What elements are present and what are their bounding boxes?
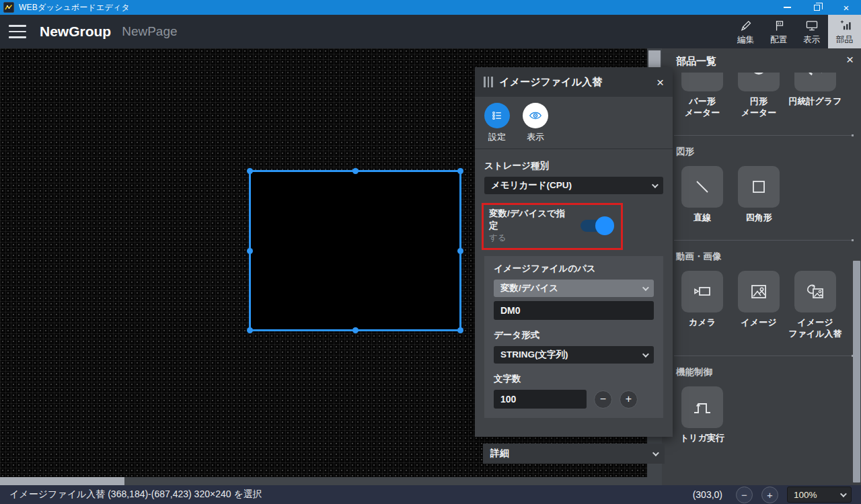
variable-device-toggle[interactable] <box>581 219 610 233</box>
tab-settings-label: 設定 <box>488 131 506 143</box>
group-title: NewGroup <box>40 24 111 40</box>
device-input[interactable] <box>494 301 654 320</box>
variable-settings-group: イメージファイルのパス 変数/デバイス データ形式 STRING(文字列) 文字… <box>484 256 663 418</box>
selected-image-swap-widget[interactable] <box>249 170 461 331</box>
bar-meter-icon <box>681 73 723 91</box>
part-trigger-exec[interactable]: トリガ実行 <box>674 386 731 444</box>
display-tool-button[interactable]: 表示 <box>795 15 828 48</box>
part-rectangle[interactable]: 四角形 <box>731 166 787 224</box>
data-format-select[interactable]: STRING(文字列) <box>494 346 654 364</box>
app-header: NewGroup NewPage 編集 配置 表示 部品 <box>0 15 861 48</box>
parts-panel: 部品一覧 × バー形 メーター 円形 メーター 円統計グラフ 図形 <box>662 48 861 485</box>
parts-panel-title: 部品一覧 <box>662 48 861 74</box>
dialog-close-button[interactable]: × <box>657 76 664 89</box>
resize-handle[interactable] <box>457 327 463 333</box>
chevron-down-icon <box>652 181 659 188</box>
edit-tool-button[interactable]: 編集 <box>729 15 762 48</box>
line-icon <box>681 166 723 208</box>
variable-toggle-state-label: する <box>489 233 572 244</box>
menu-button[interactable] <box>9 25 26 38</box>
close-icon: × <box>844 3 850 13</box>
restore-icon <box>814 5 820 11</box>
section-divider <box>674 135 852 136</box>
data-format-label: データ形式 <box>494 329 654 341</box>
chevron-down-icon <box>840 491 847 497</box>
char-count-label: 文字数 <box>494 373 654 385</box>
camera-icon <box>681 271 723 312</box>
horizontal-scrollbar-thumb[interactable] <box>0 477 124 485</box>
image-path-label: イメージファイルのパス <box>494 263 654 275</box>
window-title: WEBダッシュボードエディタ <box>19 2 130 13</box>
minimize-button[interactable] <box>772 0 802 15</box>
details-expander[interactable]: 詳細 <box>483 444 665 464</box>
section-divider <box>674 355 852 356</box>
eye-icon <box>523 103 548 128</box>
section-divider <box>674 240 852 241</box>
cursor-coordinates: (303,0) <box>693 489 722 500</box>
pie-graph-icon <box>794 73 836 91</box>
highlighted-toggle-group: 変数/デバイスで指定 する <box>482 203 623 250</box>
selection-status-text: イメージファイル入替 (368,184)-(687,423) 320×240 を… <box>9 489 262 501</box>
zoom-out-button[interactable]: − <box>736 487 753 503</box>
chevron-down-icon <box>642 351 649 358</box>
resize-handle[interactable] <box>247 248 253 254</box>
minimize-icon <box>784 7 791 8</box>
parts-tool-button[interactable]: 部品 <box>828 15 861 48</box>
decrement-button[interactable]: − <box>594 390 612 409</box>
zoom-in-button[interactable]: + <box>761 487 778 503</box>
status-bar: イメージファイル入替 (368,184)-(687,423) 320×240 を… <box>0 485 861 504</box>
resize-handle[interactable] <box>247 168 253 174</box>
tab-settings[interactable]: 設定 <box>484 103 510 143</box>
app-logo-icon <box>3 2 14 13</box>
resize-handle[interactable] <box>352 327 359 333</box>
settings-list-icon <box>484 103 510 128</box>
parts-panel-body: バー形 メーター 円形 メーター 円統計グラフ 図形 <box>662 73 861 485</box>
storage-type-label: ストレージ種別 <box>484 160 663 172</box>
dialog-header: イメージファイル入替 × <box>475 67 673 97</box>
layout-tool-button[interactable]: 配置 <box>762 15 795 48</box>
chevron-down-icon <box>642 284 649 291</box>
resize-handle[interactable] <box>247 327 253 333</box>
part-circular-meter[interactable]: 円形 メーター <box>731 73 787 119</box>
zoom-level-value: 100% <box>794 490 817 500</box>
tab-display-label: 表示 <box>527 131 544 143</box>
image-swap-dialog: イメージファイル入替 × 設定 表示 ストレージ種別 メモリカード(CPU) 変… <box>475 67 673 437</box>
circular-meter-icon <box>738 73 780 91</box>
path-type-select[interactable]: 変数/デバイス <box>494 280 654 297</box>
drag-grip-icon[interactable] <box>484 77 493 87</box>
parts-icon <box>837 18 852 33</box>
restore-button[interactable] <box>802 0 831 15</box>
part-bar-meter[interactable]: バー形 メーター <box>674 73 731 119</box>
part-camera[interactable]: カメラ <box>674 271 731 340</box>
page-title: NewPage <box>122 24 177 39</box>
image-swap-icon <box>794 271 836 312</box>
rectangle-icon <box>738 166 780 208</box>
panel-scrollbar-thumb[interactable] <box>853 261 860 482</box>
char-count-input[interactable] <box>494 390 587 409</box>
parts-panel-header: 部品一覧 × <box>662 48 861 73</box>
panel-close-button[interactable]: × <box>846 53 854 66</box>
horizontal-scrollbar[interactable] <box>0 477 647 485</box>
close-window-button[interactable]: × <box>831 0 861 15</box>
section-media-label: 動画・画像 <box>676 251 861 263</box>
edit-tool-label: 編集 <box>737 34 754 46</box>
tab-display[interactable]: 表示 <box>523 103 548 143</box>
resize-handle[interactable] <box>457 168 463 174</box>
zoom-level-select[interactable]: 100% <box>787 487 852 503</box>
part-image[interactable]: イメージ <box>731 271 787 340</box>
part-image-file-swap[interactable]: イメージ ファイル入替 <box>787 271 844 340</box>
section-shapes-label: 図形 <box>676 146 861 158</box>
resize-handle[interactable] <box>457 248 463 254</box>
part-line[interactable]: 直線 <box>674 166 731 224</box>
resize-handle[interactable] <box>352 168 359 174</box>
display-tool-label: 表示 <box>803 34 820 46</box>
chevron-down-icon <box>652 450 659 456</box>
window-titlebar: WEBダッシュボードエディタ × <box>0 0 861 15</box>
increment-button[interactable]: + <box>620 390 638 409</box>
dialog-tabs: 設定 表示 <box>475 97 673 149</box>
parts-tool-label: 部品 <box>836 34 853 46</box>
layout-tool-label: 配置 <box>770 34 787 46</box>
storage-type-select[interactable]: メモリカード(CPU) <box>484 177 663 194</box>
part-pie-stat-graph[interactable]: 円統計グラフ <box>787 73 844 119</box>
flag-icon <box>772 18 786 33</box>
